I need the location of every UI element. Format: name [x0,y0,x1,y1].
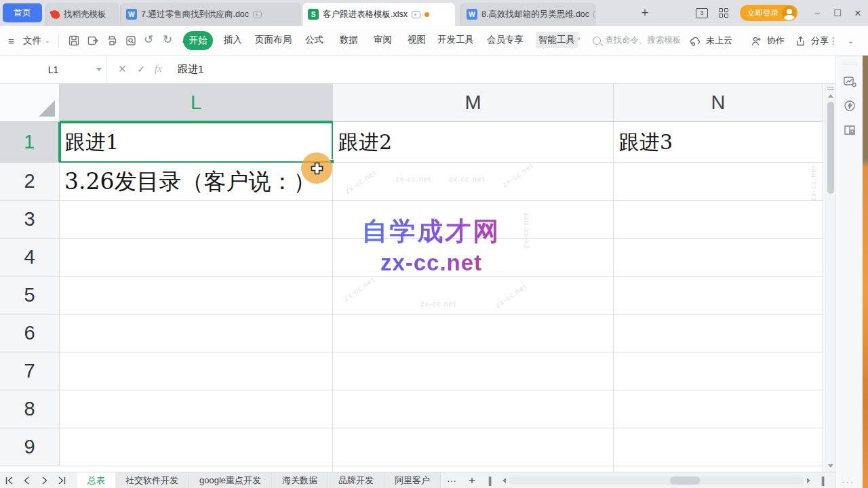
horizontal-scrollbar[interactable] [509,476,804,485]
vertical-scrollbar[interactable] [825,84,835,472]
save-icon[interactable] [68,35,80,47]
unsaved-dot [425,12,429,17]
docer-icon [50,9,61,20]
apps-grid-icon[interactable] [719,8,729,18]
cell-N1[interactable]: 跟进3 [619,129,673,157]
gridline [60,162,823,163]
row-header-4[interactable]: 4 [0,239,60,277]
tab-doc-email[interactable]: W 8.高效找邮箱的另类思维.doc [460,3,596,26]
search-icon [593,37,601,45]
tab-splitter-icon[interactable]: ∥ [481,472,498,488]
sheet-tab-brand[interactable]: 品牌开发 [328,472,384,488]
row-header-1[interactable]: 1 [0,122,60,163]
name-box-caret-icon[interactable] [96,68,102,71]
select-all-corner[interactable] [0,84,60,122]
vertical-scrollbar-thumb[interactable] [827,102,834,194]
gridline [60,466,823,466]
scroll-up-icon[interactable] [828,94,833,98]
horizontal-scrollbar-thumb[interactable] [670,476,700,485]
formula-input[interactable]: 跟进1 [178,63,203,76]
more-options-icon[interactable]: ⋮ [829,26,838,56]
collapse-ribbon-icon[interactable]: ⌄ [848,26,854,56]
ribbon-tab-smart-tools[interactable]: 智能工具 [536,32,578,48]
tab-doc-supplier[interactable]: W 7.通过零售商找到供应商.doc [120,3,301,26]
ribbon-tab-insert[interactable]: 插入 [224,34,242,46]
last-sheet-icon[interactable] [53,472,71,488]
ribbon-tab-view[interactable]: 视图 [408,34,426,46]
row-header-2[interactable]: 2 [0,163,60,201]
undo-icon[interactable]: ↺ [144,33,153,47]
row-header-8[interactable]: 8 [0,390,60,428]
minimize-button[interactable]: – [807,0,827,26]
share-button[interactable]: 分享 [795,26,829,56]
insert-function-icon[interactable]: fx [155,63,162,75]
row-header-3[interactable]: 3 [0,201,60,239]
smart-idea-icon[interactable] [843,99,856,113]
gridline [823,122,823,472]
ribbon-tab-formulas[interactable]: 公式 [305,34,323,46]
formula-enter-icon[interactable]: ✓ [137,63,146,75]
command-search-input[interactable]: 查找命令、搜索模板 [593,35,682,46]
ribbon-overflow-arrow[interactable]: › [578,34,580,42]
row-header-9[interactable]: 9 [0,428,60,466]
collaborate-button[interactable]: 协作 [751,26,785,56]
home-button[interactable]: 首页 [3,3,42,22]
ribbon-tab-developer[interactable]: 开发工具 [437,34,474,46]
ribbon-tab-page-layout[interactable]: 页面布局 [255,34,292,46]
column-header-N[interactable]: N [614,84,823,122]
row-header-5[interactable]: 5 [0,277,60,314]
new-tab-button[interactable]: + [636,4,654,22]
hscroll-right-icon[interactable] [807,478,810,483]
column-header-M[interactable]: M [333,84,614,122]
sheet-tab-bar: 总表 社交软件开发 google重点开发 海关数据 品牌开发 阿里客户 ··· … [0,472,835,488]
column-header-L[interactable]: L [60,84,333,122]
ribbon-tab-member[interactable]: 会员专享 [487,34,524,46]
wps-sheet-icon: S [308,9,319,20]
print-preview-icon[interactable] [125,35,137,47]
cell-L1[interactable]: 跟进1 [65,129,119,157]
tab-label: 7.通过零售商找到供应商.doc [141,9,249,20]
sidebar-more-icon[interactable]: ··· [842,476,854,487]
redo-icon[interactable]: ↻ [163,33,172,47]
add-sheet-icon[interactable]: + [462,472,481,488]
spreadsheet-grid: L M N 1 2 3 4 5 6 7 8 9 自学成才网 zx-cc.net … [0,84,835,472]
close-button[interactable]: ✕ [848,0,868,26]
ribbon-tab-home[interactable]: 开始 [183,31,213,50]
tab-xlsx-active[interactable]: S 客户跟进表格模板.xlsx [302,3,455,26]
sheet-tab-summary[interactable]: 总表 [77,472,115,488]
cell-M1[interactable]: 跟进2 [338,129,392,157]
hscroll-left-icon[interactable] [502,478,506,483]
sheet-tab-alibaba[interactable]: 阿里客户 [384,472,441,488]
scroll-down-icon[interactable] [828,464,833,468]
print-icon[interactable] [106,35,118,47]
maximize-button[interactable]: ☐ [827,0,848,26]
sheet-list-more-icon[interactable]: ··· [441,472,462,488]
row-header-6[interactable]: 6 [0,314,60,352]
export-icon[interactable] [87,35,99,47]
ribbon-tab-data[interactable]: 数据 [340,34,358,46]
next-sheet-icon[interactable] [35,472,53,488]
sheet-tab-social[interactable]: 社交软件开发 [115,472,189,488]
beautify-chart-icon[interactable] [843,75,856,88]
cloud-status-button[interactable]: 未上云 [690,26,732,56]
prev-sheet-icon[interactable] [18,472,35,488]
tab-docer-template[interactable]: 找稻壳模板 [45,3,119,26]
split-handle-icon[interactable] [827,87,834,90]
cell-L2[interactable]: 3.26发目录（客户说：） [64,167,315,197]
ribbon-tab-review[interactable]: 审阅 [374,34,392,46]
reading-book-icon[interactable] [843,123,856,137]
row-header-7[interactable]: 7 [0,352,60,390]
sheet-tab-google[interactable]: google重点开发 [189,472,272,488]
hamburger-icon[interactable]: ≡ [8,26,14,56]
file-caret-icon[interactable]: ⌄ [45,26,50,56]
ad-banner-strip[interactable] [863,56,868,488]
formula-cancel-icon[interactable]: ✕ [118,63,127,75]
login-button[interactable]: 立即登录 [740,5,797,21]
window-manage-icon[interactable]: 3 [696,8,708,18]
cloud-icon [690,35,701,47]
cell-name-box[interactable]: L1 [0,56,107,83]
first-sheet-icon[interactable] [0,472,18,488]
sheet-tab-customs[interactable]: 海关数据 [272,472,328,488]
file-menu[interactable]: 文件 [23,26,41,56]
tab-splitter-icon[interactable]: ∥ [814,472,831,488]
